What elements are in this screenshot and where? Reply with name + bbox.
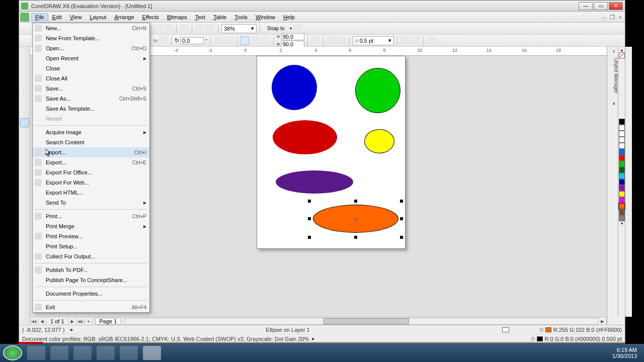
file-menu-acquire-image[interactable]: Acquire Image▶ (33, 127, 149, 137)
color-swatch[interactable] (619, 167, 625, 173)
page-tab[interactable]: Page 1 (95, 318, 122, 325)
next-page-icon[interactable]: ► (69, 318, 77, 324)
selection-handle[interactable] (400, 217, 403, 220)
prev-page-icon[interactable]: ◄ (38, 318, 46, 324)
file-menu-send-to[interactable]: Send To▶ (33, 198, 149, 208)
file-menu-collect-for-output[interactable]: Collect For Output... (33, 251, 149, 261)
file-menu-print-preview[interactable]: Print Preview... (33, 231, 149, 241)
file-menu-close-all[interactable]: Close All (33, 73, 149, 83)
menu-effects[interactable]: Effects (138, 13, 163, 21)
first-page-icon[interactable]: ⏮ (30, 318, 38, 324)
lock-ratio-icon[interactable] (159, 36, 168, 45)
ellipse-tool-icon[interactable] (240, 36, 249, 45)
menu-bitmaps[interactable]: Bitmaps (163, 13, 191, 21)
color-swatch[interactable] (619, 173, 625, 179)
menu-edit[interactable]: Edit (48, 13, 66, 21)
mirror-v-icon[interactable] (224, 36, 233, 45)
menu-text[interactable]: Text (191, 13, 209, 21)
file-menu-publish-to-pdf[interactable]: Publish To PDF... (33, 265, 149, 275)
zoom-combo[interactable]: 38%▾ (221, 24, 257, 33)
color-swatch[interactable] (619, 125, 625, 131)
align-icon[interactable] (411, 36, 420, 45)
to-front-icon[interactable] (327, 36, 336, 45)
color-swatch[interactable] (619, 209, 625, 215)
selection-handle[interactable] (308, 217, 311, 220)
maximize-button[interactable]: ▭ (594, 2, 608, 10)
color-swatch[interactable] (619, 215, 625, 221)
selection-handle[interactable] (400, 236, 403, 239)
smart-tool[interactable] (20, 98, 29, 107)
scrollbar-thumb[interactable] (324, 318, 409, 324)
start-button[interactable] (3, 345, 22, 360)
snap-dropdown-icon[interactable]: ▾ (290, 26, 292, 31)
color-swatch[interactable] (619, 191, 625, 197)
ellipse-tool[interactable] (20, 118, 29, 127)
fill-info-icon[interactable]: ◇ (539, 326, 543, 333)
outline-swatch[interactable] (537, 336, 543, 341)
zoom-tool[interactable] (20, 78, 29, 87)
mesh-tool[interactable] (20, 229, 29, 238)
file-menu-publish-page-to-conceptshare[interactable]: Publish Page To ConceptShare... (33, 275, 149, 285)
file-menu-save-as[interactable]: Save As...Ctrl+Shift+S (33, 94, 149, 104)
wrap-text-icon[interactable] (311, 36, 320, 45)
firefox-icon[interactable] (120, 346, 138, 360)
menu-help[interactable]: Help (279, 13, 299, 21)
docker-close-icon[interactable]: × (612, 49, 615, 54)
color-swatch[interactable] (619, 149, 625, 155)
text-tool[interactable] (20, 138, 29, 147)
tablet-icon[interactable] (502, 327, 509, 332)
file-menu-print-merge[interactable]: Print Merge▶ (33, 221, 149, 231)
mdi-close-icon[interactable]: × (617, 14, 624, 20)
outline-tool[interactable] (20, 209, 29, 218)
interactive-tool[interactable] (20, 219, 29, 228)
connector-tool[interactable] (20, 168, 29, 177)
menu-tools[interactable]: Tools (230, 13, 252, 21)
menu-arrange[interactable]: Arrange (110, 13, 138, 21)
menu-layout[interactable]: Layout (86, 13, 110, 21)
outline-width-combo[interactable]: △0.5 pt▾ (353, 36, 394, 45)
mdi-minimize-icon[interactable]: – (601, 14, 608, 20)
file-menu-close[interactable]: Close (33, 63, 149, 73)
blue-ellipse[interactable] (272, 65, 317, 110)
crop-tool[interactable] (20, 68, 29, 77)
file-menu-new-from-template[interactable]: New From Template... (33, 33, 149, 43)
file-menu-search-content[interactable]: Search Content (33, 137, 149, 147)
fill-tool[interactable] (20, 199, 29, 208)
dimension-tool[interactable] (20, 158, 29, 167)
export-icon[interactable] (164, 24, 173, 33)
eyedrop-tool[interactable] (20, 189, 29, 198)
file-menu-export-for-office[interactable]: Export For Office... (33, 167, 149, 177)
ie-icon[interactable] (27, 346, 45, 360)
convert-curves-icon[interactable] (400, 36, 410, 45)
file-menu-document-properties[interactable]: Document Properties... (33, 289, 149, 299)
scroll-right-icon[interactable]: ► (599, 318, 607, 324)
app-menu-icon[interactable] (20, 13, 29, 22)
options-button[interactable] (293, 24, 302, 33)
red-ellipse[interactable] (273, 120, 337, 154)
shape-tool[interactable] (20, 58, 29, 67)
file-menu-print[interactable]: Print...Ctrl+P (33, 211, 149, 221)
file-menu-exit[interactable]: ExitAlt+F4 (33, 302, 149, 312)
menu-window[interactable]: Window (252, 13, 279, 21)
file-menu-new[interactable]: New...Ctrl+N (33, 23, 149, 33)
snap-to-label[interactable]: Snap to (263, 26, 288, 31)
color-swatch[interactable] (619, 203, 625, 209)
notepad-icon[interactable] (97, 346, 115, 360)
mirror-h-icon[interactable] (214, 36, 223, 45)
effects-tool[interactable] (20, 178, 29, 188)
selection-handle[interactable] (400, 200, 403, 203)
file-menu-export-for-web[interactable]: Export For Web... (33, 177, 149, 188)
symbol-icon[interactable] (427, 36, 436, 45)
selection-handle[interactable] (354, 200, 357, 203)
smartfill-tool[interactable] (20, 239, 29, 248)
palette-scroll-down-icon[interactable]: ▾ (621, 221, 623, 226)
file-menu-export-html[interactable]: Export HTML... (33, 188, 149, 198)
color-swatch[interactable] (619, 161, 625, 167)
media-player-icon[interactable] (73, 346, 92, 360)
selection-handle[interactable] (308, 200, 311, 203)
color-swatch[interactable] (619, 119, 625, 125)
start-angle-field[interactable]: 90.0 (281, 33, 304, 40)
pick-tool[interactable] (20, 48, 29, 57)
rotation-field[interactable]: 0.0 (181, 37, 204, 44)
color-swatch[interactable] (619, 197, 625, 203)
